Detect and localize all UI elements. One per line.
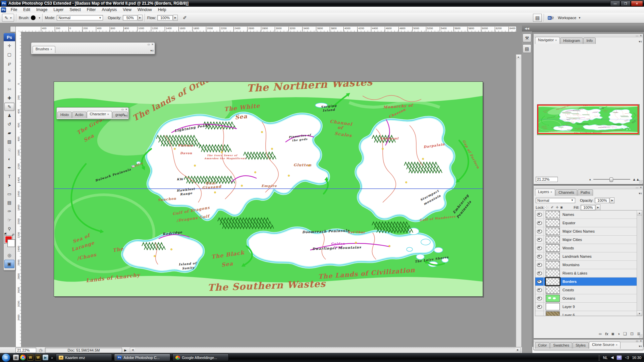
layer-thumbnail[interactable]: [546, 303, 560, 310]
panel-close-icon[interactable]: ✕: [640, 35, 642, 37]
quick-mask-button[interactable]: ◎: [4, 251, 14, 259]
menu-file[interactable]: File: [8, 7, 20, 12]
toolbar-logo[interactable]: Ps: [4, 33, 15, 41]
palette-tab-brushes[interactable]: Brushes×: [33, 46, 55, 53]
media-quicklaunch-icon[interactable]: ▶: [43, 355, 48, 360]
panel-tab-clone-source[interactable]: Clone Source×: [589, 342, 621, 349]
navigator-tab-info[interactable]: Info: [583, 38, 595, 44]
layer-thumbnail[interactable]: [546, 211, 560, 218]
new-layer-button[interactable]: ⊡: [630, 331, 634, 336]
palette-close-icon[interactable]: ✕: [125, 108, 127, 111]
layer-thumbnail[interactable]: [546, 219, 560, 227]
zoom-tool[interactable]: ⚲: [4, 225, 14, 233]
default-colors-icon[interactable]: ◩: [4, 232, 7, 235]
lasso-tool[interactable]: ℘: [4, 59, 14, 67]
wow2-quicklaunch-icon[interactable]: W: [35, 354, 41, 361]
navigator-zoom-slider[interactable]: [593, 179, 630, 180]
flyout-menu-icon[interactable]: ▾≡: [124, 114, 127, 117]
layer-row-rivers-lakes[interactable]: Rivers & Lakes: [535, 269, 642, 278]
brush-tool[interactable]: ✎: [4, 103, 14, 111]
menu-filter[interactable]: Filter: [84, 7, 99, 12]
layer-row-coasts[interactable]: Coasts: [535, 286, 642, 294]
panel-resize-grip[interactable]: [639, 180, 643, 184]
panel-tab-color[interactable]: Color: [535, 342, 550, 349]
clone-stamp-tool[interactable]: ♟: [4, 111, 14, 120]
panel-minimize-icon[interactable]: ▭: [636, 340, 639, 343]
opacity-field[interactable]: 50%: [123, 15, 138, 20]
status-flyout-arrow[interactable]: ▶: [124, 349, 126, 352]
link-layers-button[interactable]: ∞: [599, 331, 602, 336]
workspace-button[interactable]: Workspace ▼: [555, 15, 584, 20]
layer-thumbnail[interactable]: [546, 278, 560, 285]
palette-tab-actio[interactable]: Actio: [72, 112, 86, 118]
layer-thumbnail[interactable]: [546, 253, 560, 260]
menu-edit[interactable]: Edit: [20, 7, 33, 12]
zoom-out-icon[interactable]: ▲: [589, 178, 591, 181]
flyout-menu-icon[interactable]: ▾≡: [639, 192, 642, 195]
layer-opacity-field[interactable]: 100%: [595, 198, 609, 203]
move-tool[interactable]: ✛: [4, 42, 14, 50]
palette-close-icon[interactable]: ✕: [151, 43, 154, 46]
start-button[interactable]: ⊞: [2, 353, 10, 362]
pen-tool[interactable]: ✒: [4, 164, 14, 172]
panel-tab-styles[interactable]: Styles: [573, 342, 589, 349]
path-selection-tool[interactable]: ➤: [4, 181, 14, 189]
task-button-ps[interactable]: PsAdobe Photoshop C...: [114, 354, 170, 361]
layer-visibility-toggle[interactable]: [535, 278, 544, 286]
layer-row-oceans[interactable]: Oceans: [535, 294, 642, 303]
wow-quicklaunch-icon[interactable]: W: [27, 354, 34, 361]
tools-dock-icon[interactable]: ⚒: [523, 34, 531, 42]
layer-thumbnail[interactable]: [546, 311, 560, 316]
menu-select[interactable]: Select: [66, 7, 84, 12]
brush-dropdown-arrow[interactable]: ▾: [39, 16, 40, 19]
fill-field[interactable]: 100%: [581, 205, 595, 210]
layer-row-layer-6[interactable]: Layer 6: [535, 311, 642, 316]
layer-thumbnail[interactable]: [546, 244, 560, 252]
layer-visibility-toggle[interactable]: [535, 269, 544, 277]
lock-transparency-icon[interactable]: [545, 206, 549, 209]
scroll-down-arrow[interactable]: ▼: [637, 311, 642, 316]
maximize-button[interactable]: ❐: [621, 1, 631, 6]
healing-brush-tool[interactable]: ✚: [4, 94, 14, 102]
brushes-palette[interactable]: ▭ ✕ Brushes×▾≡: [31, 42, 155, 54]
eraser-tool[interactable]: ▰: [4, 129, 14, 137]
layer-visibility-toggle[interactable]: [535, 303, 544, 311]
panel-resize-grip[interactable]: [639, 334, 643, 338]
flyout-menu-icon[interactable]: ▾≡: [639, 40, 642, 43]
menu-view[interactable]: View: [120, 7, 135, 12]
dodge-tool[interactable]: ◐: [4, 155, 14, 163]
layer-visibility-toggle[interactable]: [535, 236, 544, 244]
menu-help[interactable]: Help: [155, 7, 169, 12]
zoom-in-icon[interactable]: ▲▲: [632, 177, 640, 181]
crop-tool[interactable]: ⌗: [4, 76, 14, 85]
layer-visibility-toggle[interactable]: [535, 252, 544, 260]
layer-visibility-toggle[interactable]: [535, 286, 544, 294]
horizontal-ruler[interactable]: 4002000200400600800100012001400160018002…: [15, 26, 517, 32]
vertical-scrollbar[interactable]: ▲ ▼: [516, 54, 522, 362]
navigator-tab-navigator[interactable]: Navigator×: [535, 37, 560, 44]
show-desktop-icon[interactable]: ▦: [13, 355, 19, 360]
layer-visibility-toggle[interactable]: [535, 227, 544, 235]
fill-spinner[interactable]: ▶: [596, 204, 600, 210]
panel-close-icon[interactable]: ✕: [640, 186, 642, 189]
layers-tab-channels[interactable]: Channels: [555, 189, 577, 196]
language-indicator[interactable]: NL: [603, 356, 608, 360]
mode-dropdown[interactable]: Normal▼: [57, 15, 103, 20]
close-button[interactable]: ✕: [631, 1, 643, 6]
navigator-proxy-preview[interactable]: The Northern WastesThe lands of OrderThe…: [537, 104, 640, 135]
layer-visibility-toggle[interactable]: [535, 261, 544, 269]
palette-well-button[interactable]: ▤: [533, 14, 542, 22]
palette-tab-character[interactable]: Character×: [87, 111, 112, 118]
messenger-tray-icon[interactable]: ✉: [616, 355, 622, 360]
layer-row-landmark-names[interactable]: Landmark Names: [535, 252, 642, 261]
eyedropper-tool[interactable]: ✑: [4, 207, 14, 216]
screen-mode-button[interactable]: ▣: [4, 260, 14, 268]
menu-image[interactable]: Image: [33, 7, 50, 12]
menu-analysis[interactable]: Analysis: [99, 7, 120, 12]
volume-icon[interactable]: ◁): [625, 355, 629, 360]
airbrush-toggle[interactable]: ✐: [180, 14, 189, 22]
layer-visibility-toggle[interactable]: [535, 294, 544, 302]
gradient-tool[interactable]: ▨: [4, 137, 14, 146]
scroll-up-arrow[interactable]: ▲: [637, 210, 642, 216]
layer-row-equator[interactable]: Equator: [535, 219, 642, 227]
